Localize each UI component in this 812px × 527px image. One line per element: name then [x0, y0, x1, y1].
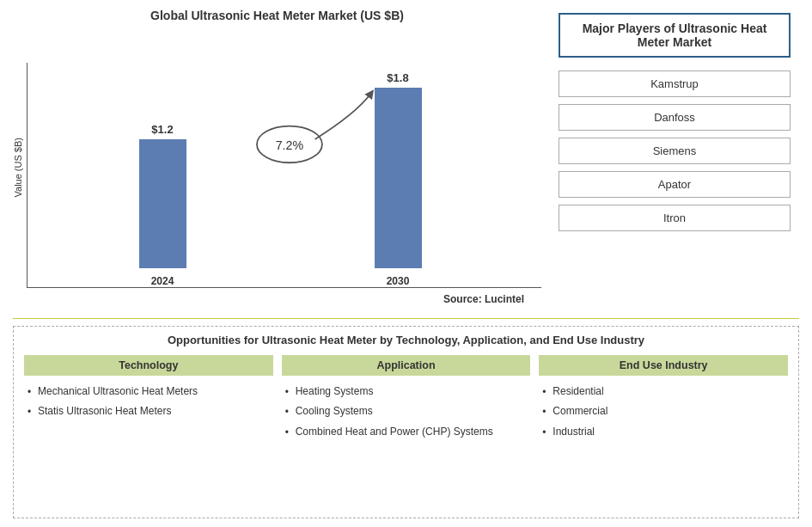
bar-value-2030: $1.8 [387, 71, 408, 84]
chart-area: Value (US $B) 7.2% [13, 29, 541, 305]
app-item-1-text: Heating Systems [296, 383, 374, 400]
end-item-1-text: Residential [553, 383, 603, 400]
bar-value-2024: $1.2 [151, 123, 173, 136]
bullet-dot: • [542, 383, 549, 401]
chart-title: Global Ultrasonic Heat Meter Market (US … [150, 9, 404, 22]
app-item-3: • Combined Heat and Power (CHP) Systems [285, 423, 528, 441]
technology-body: • Mechanical Ultrasonic Heat Meters • St… [24, 383, 273, 423]
end-item-1: • Residential [542, 383, 785, 401]
bullet-dot: • [285, 424, 292, 441]
player-apator: Apator [559, 171, 791, 198]
app-item-1: • Heating Systems [285, 383, 528, 401]
player-kamstrup: Kamstrup [559, 70, 791, 97]
players-section: Major Players of Ultrasonic Heat Meter M… [550, 9, 799, 314]
bar-group-2030: $1.8 2030 [375, 71, 422, 287]
main-container: Global Ultrasonic Heat Meter Market (US … [0, 0, 812, 527]
end-item-2-text: Commercial [553, 402, 607, 420]
player-itron: Itron [559, 205, 791, 231]
opportunities-section: Opportunities for Ultrasonic Heat Meter … [13, 326, 799, 518]
section-divider [13, 318, 799, 319]
bar-label-2024: 2024 [151, 275, 174, 287]
bar-group-2024: $1.2 2024 [139, 123, 186, 287]
technology-header: Technology [24, 355, 273, 376]
bar-2024 [139, 139, 186, 268]
application-column: Application • Heating Systems • Cooling … [282, 355, 531, 443]
app-item-2-text: Cooling Systems [296, 402, 373, 420]
players-title: Major Players of Ultrasonic Heat Meter M… [559, 13, 791, 58]
bullet-dot: • [27, 383, 34, 401]
tech-item-1: • Mechanical Ultrasonic Heat Meters [27, 383, 270, 401]
opportunities-columns: Technology • Mechanical Ultrasonic Heat … [24, 355, 788, 443]
end-item-2: • Commercial [542, 402, 785, 420]
application-header: Application [282, 355, 531, 376]
end-item-3-text: Industrial [553, 423, 595, 440]
end-use-header: End Use Industry [539, 355, 788, 376]
opportunities-title: Opportunities for Ultrasonic Heat Meter … [24, 334, 788, 346]
chart-inner: 7.2% $1.2 [27, 63, 541, 305]
y-axis-label: Value (US $B) [13, 138, 23, 198]
player-siemens: Siemens [559, 138, 791, 164]
svg-text:7.2%: 7.2% [276, 138, 304, 152]
app-item-3-text: Combined Heat and Power (CHP) Systems [296, 423, 493, 440]
technology-column: Technology • Mechanical Ultrasonic Heat … [24, 355, 273, 443]
source-text: Source: Lucintel [27, 293, 541, 305]
tech-item-2: • Statis Ultrasonic Heat Meters [27, 402, 270, 420]
bar-label-2030: 2030 [387, 275, 410, 287]
bullet-dot: • [542, 403, 549, 420]
bar-2030 [375, 88, 422, 268]
bullet-dot: • [285, 403, 292, 420]
bars-container: 7.2% $1.2 [27, 63, 541, 288]
tech-item-2-text: Statis Ultrasonic Heat Meters [38, 402, 171, 420]
bullet-dot: • [27, 403, 34, 420]
chart-section: Global Ultrasonic Heat Meter Market (US … [13, 9, 541, 314]
app-item-2: • Cooling Systems [285, 402, 528, 420]
player-danfoss: Danfoss [559, 104, 791, 131]
application-body: • Heating Systems • Cooling Systems • Co… [282, 383, 531, 443]
end-use-column: End Use Industry • Residential • Commerc… [539, 355, 788, 443]
chart-arrow-svg: 7.2% [27, 63, 541, 287]
svg-point-0 [257, 126, 322, 163]
bullet-dot: • [542, 424, 549, 441]
tech-item-1-text: Mechanical Ultrasonic Heat Meters [38, 383, 198, 400]
top-section: Global Ultrasonic Heat Meter Market (US … [13, 9, 799, 314]
bullet-dot: • [285, 383, 292, 401]
end-use-body: • Residential • Commercial • Industrial [539, 383, 788, 443]
end-item-3: • Industrial [542, 423, 785, 441]
